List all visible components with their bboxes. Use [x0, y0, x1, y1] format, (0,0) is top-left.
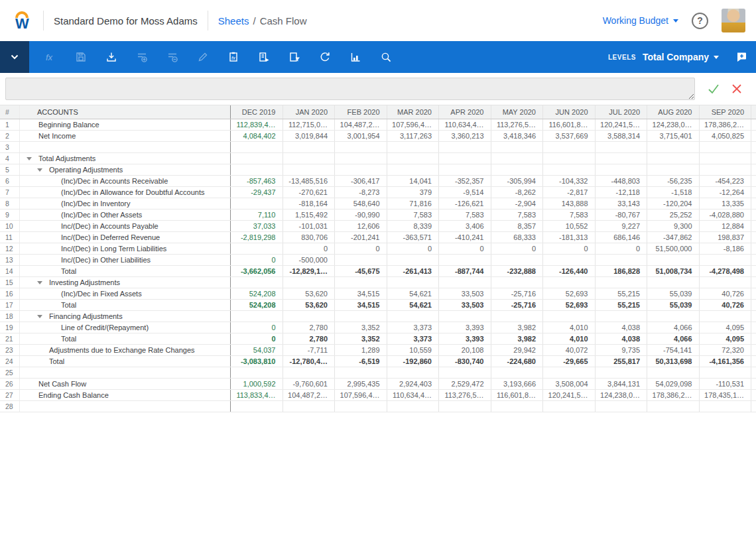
value-cell[interactable]: 4,095 — [700, 333, 752, 344]
account-cell[interactable] — [20, 142, 231, 152]
value-cell[interactable] — [596, 277, 648, 288]
value-cell[interactable]: 13,335 — [700, 198, 752, 209]
value-cell[interactable]: 116,601,8… — [543, 119, 596, 130]
explore-cell-icon[interactable] — [257, 50, 271, 64]
value-cell[interactable]: 40,726 — [700, 288, 752, 299]
row-number[interactable]: 28 — [0, 401, 20, 412]
value-cell[interactable] — [283, 367, 336, 378]
value-cell[interactable] — [439, 153, 491, 164]
expand-toolbar-icon[interactable] — [0, 41, 29, 73]
row-number[interactable]: 1 — [0, 119, 20, 130]
value-cell[interactable] — [647, 255, 700, 265]
value-cell[interactable]: -12,780,4… — [283, 356, 336, 367]
account-cell[interactable]: Inc/(Dec) in Other Liabilities — [20, 255, 231, 265]
value-cell[interactable]: 0 — [231, 255, 283, 265]
value-cell[interactable]: -101,031 — [283, 221, 336, 231]
value-cell[interactable]: -4,161,356 — [700, 356, 752, 367]
value-cell[interactable]: 124,238,0… — [647, 119, 700, 130]
account-cell[interactable]: Ending Cash Balance — [20, 390, 231, 400]
value-cell[interactable]: -29,665 — [543, 356, 596, 367]
value-cell[interactable]: -270,621 — [283, 187, 336, 198]
formula-input[interactable] — [5, 78, 695, 100]
value-cell[interactable] — [335, 153, 387, 164]
value-cell[interactable]: 8,339 — [387, 221, 440, 231]
value-cell[interactable] — [491, 164, 544, 175]
value-cell[interactable]: 3,352 — [335, 333, 387, 344]
value-cell[interactable] — [700, 153, 752, 164]
value-cell[interactable] — [543, 255, 596, 265]
value-cell[interactable] — [543, 311, 596, 322]
value-cell[interactable] — [387, 255, 440, 265]
cancel-x-icon[interactable] — [731, 83, 743, 95]
value-cell[interactable]: -2,904 — [491, 198, 544, 209]
account-cell[interactable]: Total Adjustments — [20, 153, 231, 164]
value-cell[interactable] — [596, 153, 648, 164]
value-cell[interactable]: 7,583 — [543, 209, 596, 220]
row-number[interactable]: 18 — [0, 311, 20, 322]
value-cell[interactable]: 7,110 — [231, 209, 283, 220]
value-cell[interactable]: 4,084,402 — [231, 131, 283, 141]
value-cell[interactable]: 110,634,4… — [387, 390, 440, 400]
account-cell[interactable]: Net Cash Flow — [20, 379, 231, 389]
row-number[interactable]: 21 — [0, 333, 20, 344]
value-cell[interactable] — [387, 153, 440, 164]
value-cell[interactable]: 53,620 — [283, 300, 336, 310]
value-cell[interactable]: 113,833,4… — [231, 390, 283, 400]
value-cell[interactable]: 0 — [439, 243, 491, 254]
value-cell[interactable] — [387, 277, 440, 288]
value-cell[interactable] — [231, 153, 283, 164]
account-cell[interactable]: (Inc)/Dec in Other Assets — [20, 209, 231, 220]
value-cell[interactable]: -8,273 — [335, 187, 387, 198]
value-cell[interactable]: 3,537,669 — [543, 131, 596, 141]
value-cell[interactable]: 14,041 — [387, 176, 440, 186]
value-cell[interactable]: -25,716 — [491, 300, 544, 310]
row-number[interactable]: 13 — [0, 255, 20, 265]
value-cell[interactable]: 0 — [491, 243, 544, 254]
value-cell[interactable]: 120,241,5… — [543, 390, 596, 400]
row-number[interactable]: 14 — [0, 266, 20, 276]
value-cell[interactable]: -4,278,498 — [700, 266, 752, 276]
value-cell[interactable] — [700, 311, 752, 322]
value-cell[interactable] — [491, 401, 544, 412]
value-cell[interactable]: 25,252 — [647, 209, 700, 220]
value-cell[interactable]: 4,038 — [596, 322, 648, 333]
value-cell[interactable] — [439, 367, 491, 378]
value-cell[interactable]: 524,208 — [231, 300, 283, 310]
value-cell[interactable]: 7,583 — [387, 209, 440, 220]
value-cell[interactable]: 2,780 — [283, 333, 336, 344]
value-cell[interactable]: 34,515 — [335, 288, 387, 299]
value-cell[interactable]: 2,780 — [283, 322, 336, 333]
value-cell[interactable] — [596, 311, 648, 322]
value-cell[interactable]: -448,803 — [596, 176, 648, 186]
value-cell[interactable] — [700, 142, 752, 152]
value-cell[interactable]: 0 — [543, 243, 596, 254]
account-cell[interactable]: Inc/(Dec) in Accounts Payable — [20, 221, 231, 231]
user-avatar[interactable] — [722, 9, 745, 32]
value-cell[interactable]: -29,437 — [231, 187, 283, 198]
value-cell[interactable]: 112,839,4… — [231, 119, 283, 130]
value-cell[interactable]: -352,357 — [439, 176, 491, 186]
value-cell[interactable]: 0 — [335, 243, 387, 254]
account-cell[interactable]: Financing Adjustments — [20, 311, 231, 322]
value-cell[interactable]: -4,028,880 — [700, 209, 752, 220]
value-cell[interactable]: -126,621 — [439, 198, 491, 209]
value-cell[interactable] — [700, 277, 752, 288]
value-cell[interactable]: 55,215 — [596, 300, 648, 310]
value-cell[interactable]: 54,621 — [387, 288, 440, 299]
value-cell[interactable]: 9,735 — [596, 345, 648, 355]
row-number[interactable]: 8 — [0, 198, 20, 209]
value-cell[interactable]: 12,884 — [700, 221, 752, 231]
collapse-arrow-icon[interactable] — [27, 157, 32, 160]
value-cell[interactable]: 55,215 — [596, 288, 648, 299]
value-cell[interactable]: 71,816 — [387, 198, 440, 209]
value-cell[interactable]: 143,888 — [543, 198, 596, 209]
row-number[interactable]: 3 — [0, 142, 20, 152]
value-cell[interactable] — [387, 367, 440, 378]
value-cell[interactable]: 3,117,263 — [387, 131, 440, 141]
value-cell[interactable]: 104,487,2… — [335, 119, 387, 130]
value-cell[interactable]: 34,515 — [335, 300, 387, 310]
account-cell[interactable]: Investing Adjustments — [20, 277, 231, 288]
value-cell[interactable]: 68,333 — [491, 232, 544, 243]
value-cell[interactable]: -126,440 — [543, 266, 596, 276]
value-cell[interactable]: 3,508,004 — [543, 379, 596, 389]
